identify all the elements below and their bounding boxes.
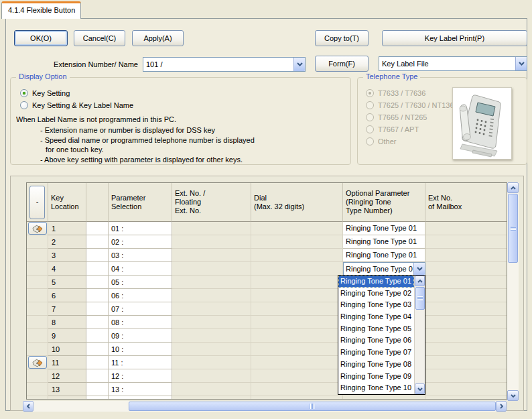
mailbox-cell[interactable] <box>425 302 507 316</box>
parameter-selection-cell[interactable]: 11 : <box>109 356 172 369</box>
horizontal-scroll-thumb[interactable] <box>129 402 496 411</box>
ext-no-cell[interactable] <box>172 383 251 396</box>
dropdown-item[interactable]: Ringing Tone Type 01 <box>338 276 414 288</box>
vertical-scroll-thumb[interactable] <box>508 194 518 263</box>
dial-cell[interactable] <box>251 222 343 235</box>
dial-cell[interactable] <box>251 383 343 396</box>
parameter-selection-cell[interactable]: 06 : <box>109 289 172 302</box>
parameter-selection-cell[interactable]: 07 : <box>109 302 172 316</box>
ext-no-cell[interactable] <box>172 262 251 276</box>
scroll-down-icon[interactable] <box>507 390 519 401</box>
dial-cell[interactable] <box>251 235 343 249</box>
cancel-button[interactable]: Cancel(C) <box>74 30 125 46</box>
parameter-selection-cell[interactable]: 09 : <box>109 329 172 343</box>
key-type-cell[interactable] <box>86 369 109 383</box>
mailbox-cell[interactable] <box>425 235 507 249</box>
radio-telephone-type-1[interactable]: T7625 / T7630 / NT136 <box>366 101 454 110</box>
optional-parameter-cell[interactable]: Ringing Tone Type 01 <box>343 222 425 235</box>
form-button[interactable]: Form(F) <box>315 56 369 72</box>
radio-display-option-0[interactable]: Key Setting <box>20 88 70 98</box>
collapse-button[interactable]: - <box>29 186 45 219</box>
dropdown-scroll-thumb[interactable] <box>415 287 425 310</box>
dropdown-item[interactable]: Ringing Tone Type 06 <box>338 335 414 347</box>
scroll-up-icon[interactable] <box>415 276 425 286</box>
ext-no-cell[interactable] <box>172 289 251 302</box>
copy-to-button[interactable]: Copy to(T) <box>315 30 369 46</box>
scroll-right-icon[interactable] <box>496 401 507 412</box>
parameter-selection-cell[interactable]: 08 : <box>109 316 172 329</box>
key-type-cell[interactable] <box>86 235 109 249</box>
key-type-cell[interactable] <box>86 222 109 235</box>
parameter-selection-cell[interactable]: 12 : <box>109 369 172 383</box>
dropdown-item[interactable]: Ringing Tone Type 02 <box>338 288 414 300</box>
mailbox-cell[interactable] <box>425 343 507 356</box>
mailbox-cell[interactable] <box>425 383 507 396</box>
key-label-file-select[interactable]: Key Label File <box>379 56 527 71</box>
optional-parameter-cell[interactable]: Ringing Tone Type 01 <box>343 262 425 276</box>
key-type-cell[interactable] <box>86 383 109 396</box>
key-type-cell[interactable] <box>86 289 109 302</box>
key-type-cell[interactable] <box>86 356 109 369</box>
radio-telephone-type-3[interactable]: T7667 / APT <box>366 125 419 134</box>
dial-cell[interactable] <box>251 249 343 262</box>
mailbox-cell[interactable] <box>425 222 507 235</box>
dropdown-item[interactable]: Ringing Tone Type 04 <box>338 311 414 323</box>
optional-parameter-cell[interactable]: Ringing Tone Type 01 <box>343 235 425 249</box>
dial-cell[interactable] <box>251 329 343 343</box>
extension-number-select[interactable]: 101 / <box>143 57 306 72</box>
parameter-selection-cell[interactable]: 13 : <box>109 383 172 396</box>
dropdown-item[interactable]: Ringing Tone Type 09 <box>338 371 414 383</box>
ext-no-cell[interactable] <box>172 249 251 262</box>
parameter-selection-cell[interactable]: 02 : <box>109 235 172 249</box>
ext-no-cell[interactable] <box>172 329 251 343</box>
dropdown-item[interactable]: Ringing Tone Type 03 <box>338 299 414 311</box>
table-horizontal-scrollbar[interactable] <box>23 401 507 412</box>
ext-no-cell[interactable] <box>172 316 251 329</box>
key-type-cell[interactable] <box>86 262 109 276</box>
mailbox-cell[interactable] <box>425 356 507 369</box>
mailbox-cell[interactable] <box>425 276 507 289</box>
key-type-cell[interactable] <box>86 302 109 316</box>
optional-parameter-cell[interactable]: Ringing Tone Type 01 <box>343 249 425 262</box>
dropdown-item[interactable]: Ringing Tone Type 08 <box>338 359 414 371</box>
select-key-button[interactable] <box>28 356 47 369</box>
radio-telephone-type-4[interactable]: Other <box>366 137 397 146</box>
mailbox-cell[interactable] <box>425 289 507 302</box>
key-type-cell[interactable] <box>86 316 109 329</box>
parameter-selection-cell[interactable]: 05 : <box>109 276 172 289</box>
key-type-cell[interactable] <box>86 329 109 343</box>
ext-no-cell[interactable] <box>172 302 251 316</box>
mailbox-cell[interactable] <box>425 249 507 262</box>
dial-cell[interactable] <box>251 369 343 383</box>
ok-button[interactable]: OK(O) <box>14 30 68 46</box>
key-label-print-button[interactable]: Key Label Print(P) <box>382 30 527 46</box>
parameter-selection-cell[interactable]: 04 : <box>109 262 172 276</box>
ext-no-cell[interactable] <box>172 235 251 249</box>
ext-no-cell[interactable] <box>172 356 251 369</box>
ext-no-cell[interactable] <box>172 343 251 356</box>
dial-cell[interactable] <box>251 316 343 329</box>
dropdown-item[interactable]: Ringing Tone Type 05 <box>338 323 414 335</box>
dropdown-item[interactable]: Ringing Tone Type 07 <box>338 347 414 359</box>
chevron-down-icon[interactable] <box>413 263 425 275</box>
chevron-down-icon[interactable] <box>293 58 305 71</box>
mailbox-cell[interactable] <box>425 369 507 383</box>
mailbox-cell[interactable] <box>425 329 507 343</box>
ext-no-cell[interactable] <box>172 276 251 289</box>
ext-no-cell[interactable] <box>172 222 251 235</box>
radio-telephone-type-2[interactable]: T7665 / NT265 <box>366 113 427 122</box>
dropdown-item[interactable]: Ringing Tone Type 10 <box>338 382 414 394</box>
dial-cell[interactable] <box>251 276 343 289</box>
ext-no-cell[interactable] <box>172 369 251 383</box>
dial-cell[interactable] <box>251 262 343 276</box>
dial-cell[interactable] <box>251 302 343 316</box>
radio-display-option-1[interactable]: Key Setting & Key Label Name <box>20 101 133 110</box>
scroll-up-icon[interactable] <box>507 182 519 193</box>
parameter-selection-cell[interactable]: 10 : <box>109 343 172 356</box>
tab-flexible-button[interactable]: 4.1.4 Flexible Button <box>1 1 81 19</box>
dial-cell[interactable] <box>251 356 343 369</box>
key-type-cell[interactable] <box>86 276 109 289</box>
key-type-cell[interactable] <box>86 249 109 262</box>
apply-button[interactable]: Apply(A) <box>132 30 184 46</box>
radio-telephone-type-0[interactable]: T7633 / T7636 <box>366 88 425 98</box>
